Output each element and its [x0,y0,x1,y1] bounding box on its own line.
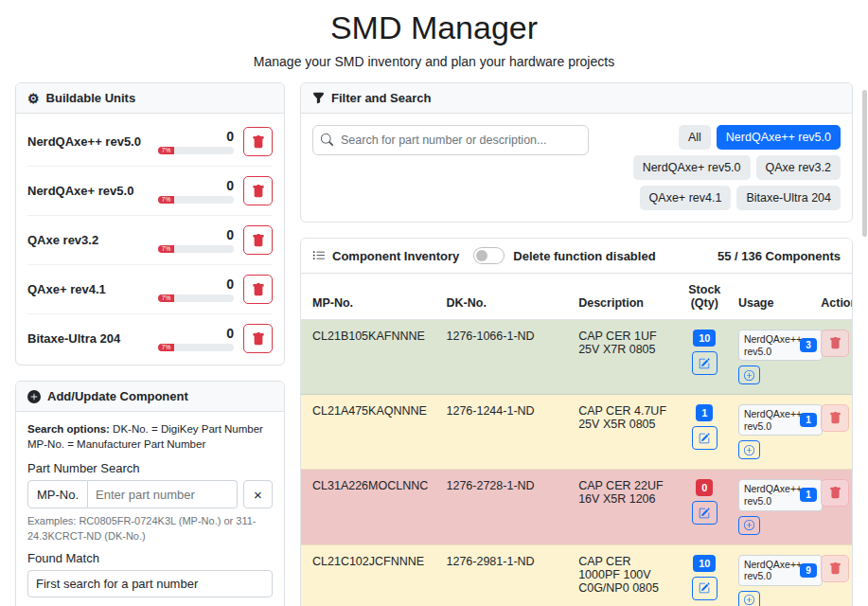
filter-chip-bitaxe[interactable]: Bitaxe-Ultra 204 [736,186,841,210]
unit-progress-bar: 7% [158,147,234,154]
toggle-knob [476,250,487,261]
delete-toggle-label: Delete function disabled [513,249,655,263]
unit-count: 0 [226,129,234,144]
page-header: SMD Manager Manage your SMD inventory an… [0,0,868,69]
table-header-row: MP-No. DK-No. Description Stock(Qty) Usa… [301,274,852,320]
description-cell: CAP CER 22UF 16V X5R 1206 [571,470,678,544]
description-cell: CAP CER 1000PF 100V C0G/NP0 0805 [571,544,678,606]
col-mp-no: MP-No. [301,274,439,320]
col-stock: Stock(Qty) [679,274,731,320]
delete-component-button[interactable] [821,330,849,357]
part-number-input[interactable] [88,480,238,508]
col-actions: Actions [813,274,852,320]
dk-no-cell: 1276-2728-1-ND [439,470,572,544]
filter-card: Filter and Search All NerdQAxe++ rev5.0 … [300,82,853,223]
stock-qty-badge: 10 [693,330,716,347]
unit-progress-bar: 7% [158,294,234,302]
filter-chip-all[interactable]: All [679,125,711,150]
stock-qty-badge: 0 [696,479,713,496]
edit-stock-button[interactable] [692,501,717,525]
buildable-unit-row: Bitaxe-Ultra 204 0 7% [27,314,273,363]
search-input[interactable] [312,125,589,155]
delete-component-button[interactable] [821,479,849,507]
unit-count: 0 [226,276,234,292]
filter-chip-qaxep[interactable]: QAxe+ rev4.1 [640,186,732,210]
search-examples-text: Examples: RC0805FR-0724K3L (MP-No.) or 3… [27,514,273,544]
usage-cell: NerdQAxe++ rev5.01 [731,470,813,544]
filter-chip-qaxe[interactable]: QAxe rev3.2 [756,155,841,180]
edit-stock-button[interactable] [692,577,717,600]
add-usage-button[interactable] [738,591,760,606]
usage-chip: NerdQAxe++ rev5.03 [738,330,823,361]
search-type-select[interactable]: MP-No. [27,480,88,508]
filter-chip-nerdqaxepp[interactable]: NerdQAxe++ rev5.0 [717,125,841,150]
part-number-search-group: MP-No. × [27,480,273,508]
stock-qty-badge: 1 [696,404,713,421]
delete-unit-button[interactable] [243,127,273,156]
part-number-search-label: Part Number Search [27,461,273,475]
add-usage-button[interactable] [738,516,760,535]
usage-cell: NerdQAxe++ rev5.03 [731,320,813,395]
search-field [312,125,589,155]
usage-qty-badge: 3 [800,338,817,352]
unit-progress-bar: 7% [158,245,234,253]
inventory-table: MP-No. DK-No. Description Stock(Qty) Usa… [301,274,852,606]
inventory-row: CL31A226MOCLNNC 1276-2728-1-ND CAP CER 2… [301,470,852,544]
unit-count: 0 [226,326,234,341]
delete-unit-button[interactable] [243,225,273,255]
usage-qty-badge: 1 [800,413,817,427]
usage-chip: NerdQAxe++ rev5.09 [738,555,823,586]
delete-component-button[interactable] [821,404,849,432]
delete-unit-button[interactable] [243,324,273,353]
add-component-header: Add/Update Component [16,382,284,412]
search-options-note: Search options: DK-No. = DigiKey Part Nu… [27,421,273,452]
buildable-unit-row: NerdQAxe+ rev5.0 0 7% [27,167,273,216]
found-match-select[interactable]: First search for a part number [27,570,273,597]
buildable-unit-row: QAxe+ rev4.1 0 7% [27,265,273,314]
add-component-card: Add/Update Component Search options: DK-… [15,381,285,606]
delete-function-toggle[interactable] [473,247,505,264]
buildable-unit-row: NerdQAxe++ rev5.0 0 7% [27,117,273,167]
edit-stock-button[interactable] [692,426,717,450]
inventory-row: CL21B105KAFNNNE 1276-1066-1-ND CAP CER 1… [301,320,852,395]
component-count: 55 / 136 Components [717,249,841,263]
page-subtitle: Manage your SMD inventory and plan your … [0,54,868,69]
inventory-row: CL21C102JCFNNNE 1276-2981-1-ND CAP CER 1… [301,544,852,606]
filter-chip-nerdqaxep[interactable]: NerdQAxe+ rev5.0 [633,155,751,180]
dk-no-cell: 1276-2981-1-ND [439,544,572,606]
dk-no-cell: 1276-1244-1-ND [439,395,572,470]
usage-chip: NerdQAxe++ rev5.01 [738,404,823,436]
unit-name: Bitaxe-Ultra 204 [27,331,154,346]
filter-title: Filter and Search [331,91,431,105]
col-description: Description [571,274,678,320]
unit-name: QAxe rev3.2 [27,233,154,247]
buildable-units-title: Buildable Units [46,91,136,105]
plus-circle-icon [27,390,41,403]
inventory-row: CL21A475KAQNNNE 1276-1244-1-ND CAP CER 4… [301,395,852,470]
delete-component-button[interactable] [821,555,849,582]
col-usage: Usage [731,274,813,320]
buildable-unit-row: QAxe rev3.2 0 7% [27,216,273,265]
unit-name: NerdQAxe++ rev5.0 [27,134,154,149]
inventory-header: Component Inventory Delete function disa… [301,239,852,274]
delete-unit-button[interactable] [243,275,273,304]
search-icon [321,134,333,146]
edit-stock-button[interactable] [692,351,717,375]
scrollbar-thumb[interactable] [862,90,867,237]
description-cell: CAP CER 4.7UF 25V X5R 0805 [571,395,678,470]
add-usage-button[interactable] [738,365,760,384]
unit-name: QAxe+ rev4.1 [27,282,154,296]
list-icon [312,249,326,262]
unit-name: NerdQAxe+ rev5.0 [27,184,154,198]
clear-search-button[interactable]: × [243,480,273,508]
funnel-icon [312,92,325,104]
usage-qty-badge: 1 [800,488,817,502]
page-title: SMD Manager [0,9,868,46]
mp-no-cell: CL21C102JCFNNNE [301,544,439,606]
found-match-label: Found Match [27,551,273,565]
delete-unit-button[interactable] [243,176,273,205]
add-component-title: Add/Update Component [47,389,188,403]
add-usage-button[interactable] [738,440,760,459]
mp-no-cell: CL31A226MOCLNNC [301,470,439,544]
unit-count: 0 [226,178,234,193]
